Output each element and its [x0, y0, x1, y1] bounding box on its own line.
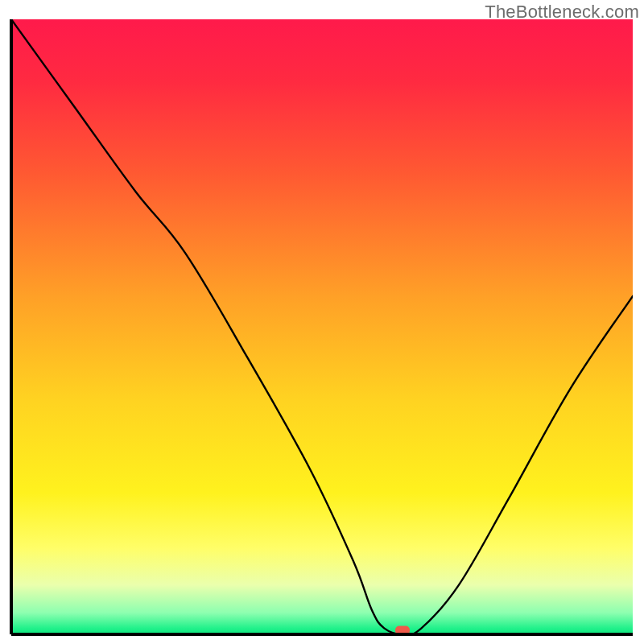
chart-container: TheBottleneck.com: [0, 0, 644, 644]
optimal-marker: [395, 626, 410, 635]
bottleneck-curve: [11, 19, 633, 634]
plot-area: [11, 19, 633, 634]
curve-overlay: [11, 19, 633, 634]
